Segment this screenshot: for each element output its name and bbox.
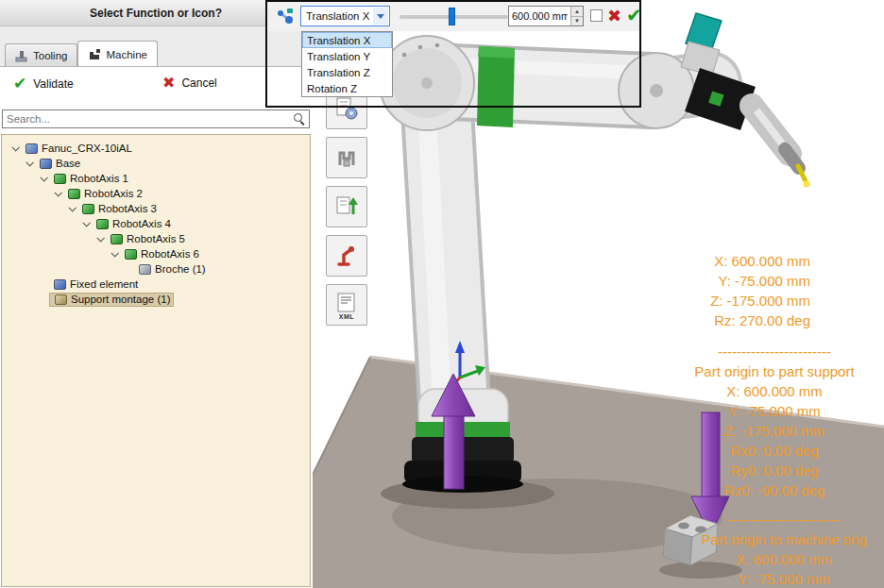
- value-slider-handle[interactable]: [449, 8, 455, 25]
- tree-item-label: Broche (1): [155, 263, 206, 275]
- search-icon[interactable]: [293, 112, 306, 126]
- robot-node-icon: [26, 143, 38, 154]
- tab-machine[interactable]: Machine: [77, 41, 157, 67]
- chevron-down-icon[interactable]: [38, 174, 49, 183]
- axis-node-icon: [110, 234, 123, 244]
- apply-button[interactable]: ✔: [626, 4, 642, 26]
- support-node-icon: [55, 294, 67, 305]
- axis-node-icon: [82, 204, 94, 214]
- axis-node-icon: [54, 174, 66, 184]
- tree-item-broche[interactable]: Broche (1): [2, 261, 310, 277]
- chevron-down-icon[interactable]: [52, 189, 63, 198]
- tree-item-fixed-element[interactable]: Fixed element: [2, 277, 310, 292]
- chevron-down-icon[interactable]: [24, 159, 35, 168]
- tree-item-robotaxis-2[interactable]: RobotAxis 2: [2, 186, 310, 201]
- xml-export-button[interactable]: XML: [326, 284, 367, 326]
- check-icon: ✔: [626, 5, 642, 25]
- fixed-node-icon: [54, 279, 66, 290]
- chevron-spacer: [38, 279, 49, 289]
- viewport-3d[interactable]: [313, 0, 884, 588]
- tree-item-label: RobotAxis 3: [98, 203, 157, 214]
- tree-item-label: Support montage (1): [71, 294, 170, 305]
- gripper-tool-button[interactable]: [326, 137, 367, 178]
- tree-item-fanuc-crx-10ial[interactable]: Fanuc_CRX-10iAL: [2, 141, 310, 156]
- validate-button[interactable]: ✔ Validate: [13, 76, 74, 92]
- gripper-icon: [334, 145, 359, 170]
- machine-icon: [88, 48, 101, 61]
- option-checkbox[interactable]: [590, 9, 603, 22]
- tab-label: Tooling: [33, 50, 67, 61]
- machine-tree: Fanuc_CRX-10iAL Base RobotAxis 1 RobotAx…: [1, 134, 311, 587]
- chevron-down-icon[interactable]: [9, 143, 21, 153]
- cancel-button[interactable]: ✖ Cancel: [162, 76, 217, 91]
- part-shadow: [659, 562, 742, 579]
- transform-toolbar: Translation X ▲ ▼ ✖ ✔: [267, 2, 639, 31]
- tree-item-base[interactable]: Base: [2, 156, 310, 171]
- kinematics-icon: [275, 7, 296, 27]
- left-panel: Select Function or Icon? Tooling Machine: [0, 0, 312, 588]
- dropdown-option-translation-y[interactable]: Translation Y: [302, 48, 392, 64]
- app-window: X: 600.000 mm Y: -75.000 mm Z: -175.000 …: [0, 0, 884, 588]
- scene-3d: [313, 0, 884, 588]
- value-input[interactable]: [509, 7, 570, 25]
- chevron-down-icon[interactable]: [373, 8, 388, 25]
- cross-icon: ✖: [607, 7, 621, 25]
- tab-row: Tooling Machine: [5, 41, 158, 67]
- robot-arm-button[interactable]: [326, 235, 367, 277]
- robot-arm-icon: [334, 244, 359, 268]
- model-import-icon: [334, 194, 359, 219]
- search-box: [2, 109, 310, 128]
- tree-item-label: Base: [56, 158, 80, 169]
- tab-tooling[interactable]: Tooling: [5, 43, 77, 67]
- transform-type-dropdown-list: Translation X Translation Y Translation …: [301, 31, 393, 97]
- transform-type-dropdown[interactable]: Translation X: [300, 6, 390, 26]
- chevron-spacer: [38, 294, 49, 304]
- cancel-label: Cancel: [181, 76, 216, 90]
- validate-label: Validate: [33, 77, 73, 91]
- spinner: ▲ ▼: [570, 7, 583, 25]
- dropdown-option-translation-x[interactable]: Translation X: [302, 32, 392, 48]
- discard-button[interactable]: ✖: [607, 6, 621, 26]
- chevron-down-icon[interactable]: [80, 219, 92, 228]
- tree-item-support-montage[interactable]: Support montage (1): [2, 292, 310, 307]
- tree-item-robotaxis-3[interactable]: RobotAxis 3: [2, 201, 310, 216]
- axis-node-icon: [125, 249, 137, 260]
- document-gear-icon: [334, 96, 359, 121]
- tree-item-label: RobotAxis 6: [141, 248, 199, 260]
- dropdown-option-rotation-z[interactable]: Rotation Z: [302, 80, 392, 96]
- panel-header: Select Function or Icon?: [0, 0, 312, 26]
- spin-up-button[interactable]: ▲: [571, 7, 583, 17]
- check-icon: ✔: [13, 76, 26, 92]
- search-input[interactable]: [3, 113, 293, 125]
- work-table: [313, 357, 884, 588]
- xml-label: XML: [327, 313, 366, 320]
- chevron-down-icon[interactable]: [94, 234, 106, 244]
- base-node-icon: [40, 159, 52, 169]
- axis-node-icon: [96, 219, 109, 229]
- tree-item-label: RobotAxis 5: [127, 233, 185, 244]
- value-spinbox: ▲ ▼: [508, 6, 584, 26]
- tree-item-label: RobotAxis 4: [112, 218, 171, 229]
- action-row: ✔ Validate ✖ Cancel: [0, 72, 312, 100]
- tab-label: Machine: [106, 49, 146, 60]
- chevron-down-icon[interactable]: [109, 249, 120, 259]
- tree-item-label: Fixed element: [70, 278, 138, 290]
- tree-item-robotaxis-6[interactable]: RobotAxis 6: [2, 246, 310, 261]
- cross-icon: ✖: [162, 76, 175, 91]
- tree-item-robotaxis-4[interactable]: RobotAxis 4: [2, 216, 310, 231]
- tree-item-robotaxis-5[interactable]: RobotAxis 5: [2, 231, 310, 246]
- tree-item-robotaxis-1[interactable]: RobotAxis 1: [2, 171, 310, 186]
- spindle-node-icon: [139, 264, 151, 275]
- dropdown-option-translation-z[interactable]: Translation Z: [302, 64, 392, 80]
- chevron-spacer: [123, 264, 134, 274]
- import-model-button[interactable]: [326, 186, 367, 227]
- tree-item-label: RobotAxis 2: [84, 188, 143, 199]
- axis-node-icon: [68, 189, 80, 199]
- spin-down-button[interactable]: ▼: [571, 17, 583, 26]
- tree-item-label: RobotAxis 1: [70, 173, 128, 184]
- dropdown-value: Translation X: [306, 10, 369, 22]
- chevron-down-icon[interactable]: [66, 204, 77, 213]
- tooling-icon: [15, 49, 28, 62]
- tree-item-label: Fanuc_CRX-10iAL: [42, 143, 132, 154]
